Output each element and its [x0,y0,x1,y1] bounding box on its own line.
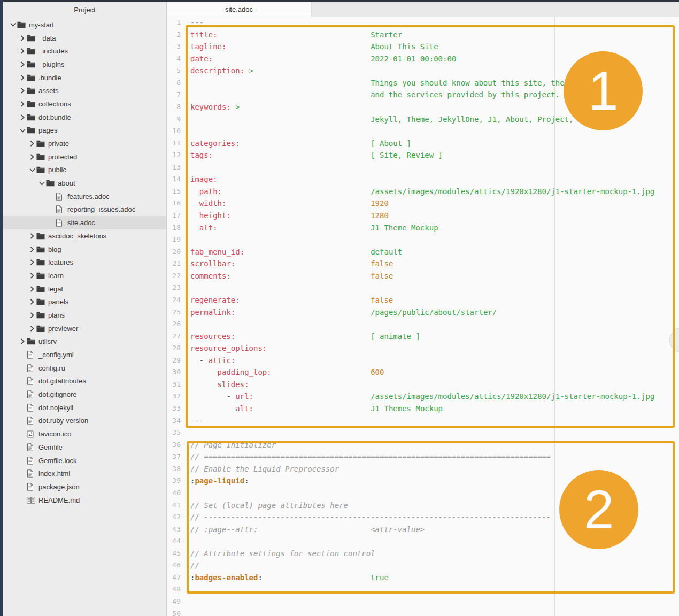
tree-item--plugins[interactable]: _plugins [3,58,166,71]
code-line-20[interactable]: 20fab_menu_id: default [167,246,679,258]
code-line-23[interactable]: 23 [167,282,679,294]
code-line-35[interactable]: 35 [167,427,679,439]
chevron-down-icon[interactable] [18,128,27,133]
code-line-36[interactable]: 36// Page Initializer [167,439,679,451]
tree-item--bundle[interactable]: .bundle [3,71,166,84]
tree-item--includes[interactable]: _includes [3,44,166,58]
tree-item-panels[interactable]: panels [3,295,166,309]
chevron-right-icon[interactable] [18,101,27,107]
chevron-down-icon[interactable] [9,22,17,27]
code-line-34[interactable]: 34--- [167,415,679,427]
tree-item-legal[interactable]: legal [3,282,166,296]
chevron-right-icon[interactable] [28,299,36,305]
tree-item-dot-gitignore[interactable]: dot.gitignore [3,388,166,401]
code-line-18[interactable]: 18 alt: J1 Theme Mockup [167,222,679,234]
code-line-28[interactable]: 28resource_options: [167,342,679,355]
code-line-text: width: 1920 [181,197,389,210]
file-tree[interactable]: my-start_data_includes_plugins.bundleass… [3,18,166,506]
chevron-down-icon[interactable] [28,168,36,172]
code-line-17[interactable]: 17 height: 1280 [167,210,679,222]
tree-item-utilsrv[interactable]: utilsrv [3,335,166,349]
chevron-right-icon[interactable] [28,312,36,318]
chevron-right-icon[interactable] [28,286,36,292]
chevron-right-icon[interactable] [18,114,27,120]
code-line-48[interactable]: 48 [167,583,679,596]
chevron-right-icon[interactable] [18,35,27,41]
code-line-2[interactable]: 2title: Starter [167,29,679,41]
tree-item-dot-ruby-version[interactable]: dot.ruby-version [3,414,166,428]
tree-item-dot-bundle[interactable]: dot.bundle [3,111,166,124]
tree-item-config-ru[interactable]: config.ru [3,361,166,375]
tree-item-blog[interactable]: blog [3,243,166,256]
tree-item-dot-gitattributes[interactable]: dot.gitattributes [3,375,166,388]
code-line-12[interactable]: 12tags: [ Site, Review ] [167,149,679,161]
chevron-right-icon[interactable] [18,75,27,81]
code-line-45[interactable]: 45// Attribute settings for section cont… [167,548,679,560]
tree-item-dot-nojekyll[interactable]: dot.nojekyll [3,401,166,414]
line-number: 13 [167,161,181,174]
code-line-19[interactable]: 19 [167,234,679,246]
tree-item-gemfile-lock[interactable]: Gemfile.lock [3,454,166,467]
code-line-47[interactable]: 47:badges-enabled: true [167,572,679,584]
code-line-46[interactable]: 46// [167,559,679,572]
tree-item-my-start[interactable]: my-start [3,18,166,32]
tree-item-index-html[interactable]: index.html [3,467,166,480]
code-line-14[interactable]: 14image: [167,173,679,186]
tree-item-favicon-ico[interactable]: favicon.ico [3,427,166,441]
tree-item-previewer[interactable]: previewer [3,322,166,335]
chevron-right-icon[interactable] [28,233,36,239]
tree-item-site-adoc[interactable]: site.adoc [3,216,166,229]
chevron-right-icon[interactable] [28,154,36,160]
code-line-26[interactable]: 26 [167,318,679,330]
tree-item-features[interactable]: features [3,256,166,269]
code-line-31[interactable]: 31 slides: [167,379,679,391]
tree-item-features-adoc[interactable]: features.adoc [3,190,166,203]
tree-item-reporting-issues-adoc[interactable]: reporting_issues.adoc [3,203,166,217]
code-line-32[interactable]: 32 - url: /assets/images/modules/attics/… [167,390,679,403]
chevron-right-icon[interactable] [18,88,27,94]
tree-item-readme-md[interactable]: README.md [3,494,166,507]
code-line-30[interactable]: 30 padding_top: 600 [167,366,679,379]
chevron-right-icon[interactable] [28,247,36,252]
chevron-right-icon[interactable] [28,259,36,265]
chevron-right-icon[interactable] [28,273,36,279]
code-line-22[interactable]: 22comments: false [167,270,679,282]
code-line-15[interactable]: 15 path: /assets/images/modules/attics/1… [167,186,679,198]
code-line-11[interactable]: 11categories: [ About ] [167,137,679,150]
tree-item-public[interactable]: public [3,164,166,177]
code-line-1[interactable]: 1--- [167,17,679,29]
tree-item--data[interactable]: _data [3,32,166,45]
tree-item-collections[interactable]: collections [3,97,166,111]
chevron-right-icon[interactable] [28,141,36,147]
tree-item-assets[interactable]: assets [3,84,166,97]
code-line-37[interactable]: 37// ===================================… [167,451,679,463]
code-line-29[interactable]: 29 - attic: [167,355,679,367]
tree-item-asciidoc-skeletons[interactable]: asciidoc_skeletons [3,229,166,243]
tree-item--config-yml[interactable]: _config.yml [3,348,166,361]
chevron-right-icon[interactable] [18,61,27,67]
code-line-50[interactable]: 50 [167,608,679,616]
chevron-right-icon[interactable] [28,326,36,332]
code-line-27[interactable]: 27resources: [ animate ] [167,330,679,343]
chevron-right-icon[interactable] [18,338,27,344]
chevron-down-icon[interactable] [37,181,46,186]
tree-item-protected[interactable]: protected [3,150,166,164]
tree-item-gemfile[interactable]: Gemfile [3,441,166,454]
tree-item-package-json[interactable]: package.json [3,480,166,494]
tree-item-learn[interactable]: learn [3,269,166,282]
code-line-16[interactable]: 16 width: 1920 [167,197,679,210]
code-line-text: tags: [ Site, Review ] [181,149,443,161]
code-line-49[interactable]: 49 [167,596,679,608]
code-line-33[interactable]: 33 alt: J1 Themes Mockup [167,403,679,415]
chevron-right-icon[interactable] [18,48,27,54]
code-line-13[interactable]: 13 [167,161,679,174]
tree-item-pages[interactable]: pages [3,124,166,137]
code-line-25[interactable]: 25permalink: /pages/public/about/starter… [167,306,679,319]
code-line-text [181,318,190,330]
tab-site-adoc[interactable]: site.adoc [167,2,312,17]
code-line-21[interactable]: 21scrollbar: false [167,258,679,270]
tree-item-private[interactable]: private [3,137,166,150]
tree-item-plans[interactable]: plans [3,309,166,322]
tree-item-about[interactable]: about [3,176,166,190]
code-line-24[interactable]: 24regenerate: false [167,294,679,306]
